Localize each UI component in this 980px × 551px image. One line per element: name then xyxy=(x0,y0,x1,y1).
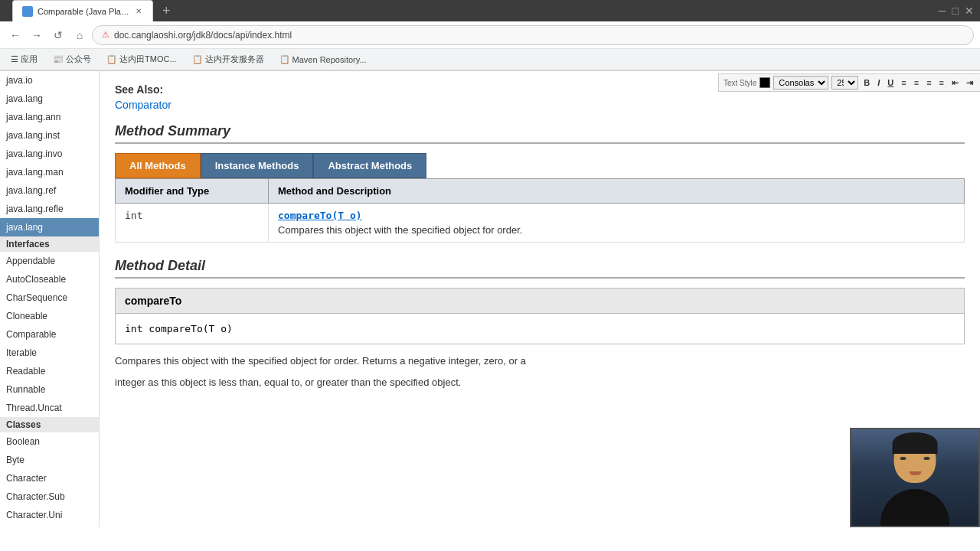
title-bar: Comparable (Java Platform S... ✕ + ─ □ ✕ xyxy=(0,0,980,21)
back-button[interactable]: ← xyxy=(6,26,24,44)
address-text: doc.canglaoshi.org/jdk8/docs/api/index.h… xyxy=(114,30,964,41)
bold-button[interactable]: B xyxy=(861,77,872,88)
address-bar[interactable]: ⚠ doc.canglaoshi.org/jdk8/docs/api/index… xyxy=(92,25,974,45)
sidebar-item-iterable[interactable]: Iterable xyxy=(0,344,99,362)
main-layout: java.io java.lang java.lang.ann java.lan… xyxy=(0,71,980,527)
align-right-button[interactable]: ≡ xyxy=(924,77,933,88)
bookmark-devserver[interactable]: 📋 达内开发服务器 xyxy=(188,52,269,67)
sidebar-item-character-uni[interactable]: Character.Uni xyxy=(0,506,99,524)
sidebar-item-comparable[interactable]: Comparable xyxy=(0,325,99,344)
method-table: Modifier and Type Method and Description… xyxy=(115,178,965,243)
italic-button[interactable]: I xyxy=(875,77,882,88)
sidebar-item-cloneable[interactable]: Cloneable xyxy=(0,307,99,325)
forward-button[interactable]: → xyxy=(28,26,46,44)
browser-tab[interactable]: Comparable (Java Platform S... ✕ xyxy=(12,0,153,21)
text-style-toolbar: Text Style Consolas 25 B I U ≡ ≡ ≡ ≡ ⇤ ⇥ xyxy=(718,73,980,92)
bookmark-apps[interactable]: ☰ 应用 xyxy=(6,52,42,67)
sidebar-item-java-lang[interactable]: java.lang xyxy=(0,90,99,108)
tab-all-methods[interactable]: All Methods xyxy=(115,153,201,178)
sidebar-item-runnable[interactable]: Runnable xyxy=(0,380,99,399)
webcam-body xyxy=(880,489,949,527)
font-select[interactable]: Consolas xyxy=(773,76,828,90)
new-tab-button[interactable]: + xyxy=(156,0,177,22)
color-swatch[interactable] xyxy=(760,77,770,88)
font-size-select[interactable]: 25 xyxy=(831,76,858,90)
indent-increase-button[interactable]: ⇥ xyxy=(964,77,975,89)
method-signature: int compareTo(T o) xyxy=(125,323,233,334)
underline-button[interactable]: U xyxy=(885,77,896,88)
sidebar: java.io java.lang java.lang.ann java.lan… xyxy=(0,71,100,527)
modifier-type: int xyxy=(125,210,142,221)
sidebar-item-java-lang-man[interactable]: java.lang.man xyxy=(0,163,99,181)
col-method: Method and Description xyxy=(269,179,965,204)
tab-abstract-methods[interactable]: Abstract Methods xyxy=(313,153,426,178)
sidebar-item-java-lang-active[interactable]: java.lang xyxy=(0,218,99,236)
sidebar-item-java-io[interactable]: java.io xyxy=(0,71,99,90)
method-long-desc-2: integer as this object is less than, equ… xyxy=(115,375,965,390)
indent-decrease-button[interactable]: ⇤ xyxy=(949,77,961,89)
sidebar-item-readable[interactable]: Readable xyxy=(0,362,99,380)
tmoc-icon: 📋 xyxy=(106,54,117,64)
modifier-cell: int xyxy=(116,204,269,243)
sidebar-item-java-lang-ann[interactable]: java.lang.ann xyxy=(0,108,99,126)
refresh-button[interactable]: ↺ xyxy=(49,26,67,44)
method-long-desc-1: Compares this object with the specified … xyxy=(115,354,965,369)
method-summary-title: Method Summary xyxy=(115,123,965,144)
align-justify-button[interactable]: ≡ xyxy=(937,77,946,88)
comparator-link[interactable]: Comparator xyxy=(115,99,965,111)
content-area: See Also: Comparator Method Summary All … xyxy=(100,71,980,527)
webcam-overlay xyxy=(850,428,980,527)
sidebar-item-character-sub[interactable]: Character.Sub xyxy=(0,487,99,506)
sidebar-item-autocloseable[interactable]: AutoCloseable xyxy=(0,270,99,289)
align-center-button[interactable]: ≡ xyxy=(912,77,921,88)
maven-icon: 📋 xyxy=(279,54,290,64)
webcam-mouth xyxy=(909,471,921,475)
see-also-title: See Also: xyxy=(115,83,163,96)
webcam-face xyxy=(894,435,936,483)
sidebar-section-classes: Classes xyxy=(0,417,99,432)
method-signature-box: int compareTo(T o) xyxy=(115,314,965,344)
sidebar-item-java-lang-refle[interactable]: java.lang.refle xyxy=(0,200,99,218)
bookmark-tmoc[interactable]: 📋 达内田TMOC... xyxy=(102,52,181,67)
public-icon: 📰 xyxy=(53,54,64,64)
tab-instance-methods[interactable]: Instance Methods xyxy=(201,153,314,178)
sidebar-item-java-lang-invo[interactable]: java.lang.invo xyxy=(0,145,99,163)
webcam-eye-left xyxy=(900,457,906,460)
sidebar-item-charsequence[interactable]: CharSequence xyxy=(0,289,99,307)
sidebar-item-byte[interactable]: Byte xyxy=(0,451,99,469)
method-detail-box: compareTo xyxy=(115,288,965,314)
method-link[interactable]: compareTo(T o) xyxy=(278,210,362,221)
method-tabs: All Methods Instance Methods Abstract Me… xyxy=(115,153,965,178)
minimize-button[interactable]: ─ xyxy=(939,5,946,17)
tab-favicon xyxy=(22,6,33,17)
webcam-hair xyxy=(893,432,938,454)
bookmark-public[interactable]: 📰 公众号 xyxy=(48,52,96,67)
maximize-button[interactable]: □ xyxy=(952,5,959,17)
sidebar-item-appendable[interactable]: Appendable xyxy=(0,252,99,270)
method-description: Compares this object with the specified … xyxy=(278,224,955,236)
text-style-label: Text Style xyxy=(724,79,756,87)
sidebar-item-thread-uncat[interactable]: Thread.Uncat xyxy=(0,399,99,417)
col-modifier: Modifier and Type xyxy=(116,179,269,204)
sidebar-section-interfaces: Interfaces xyxy=(0,236,99,252)
table-row: int compareTo(T o) Compares this object … xyxy=(116,204,965,243)
method-detail-title: Method Detail xyxy=(115,258,965,279)
method-detail-name: compareTo xyxy=(125,295,181,307)
sidebar-item-java-lang-inst[interactable]: java.lang.inst xyxy=(0,126,99,145)
sidebar-item-java-lang-ref[interactable]: java.lang.ref xyxy=(0,181,99,200)
security-icon: ⚠ xyxy=(102,30,109,40)
tab-close-button[interactable]: ✕ xyxy=(134,5,143,17)
nav-bar: ← → ↺ ⌂ ⚠ doc.canglaoshi.org/jdk8/docs/a… xyxy=(0,21,980,49)
webcam-video xyxy=(851,429,978,526)
align-left-button[interactable]: ≡ xyxy=(899,77,908,88)
bookmark-maven[interactable]: 📋 Maven Repository... xyxy=(275,53,371,66)
bookmarks-bar: ☰ 应用 📰 公众号 📋 达内田TMOC... 📋 达内开发服务器 📋 Mave… xyxy=(0,49,980,70)
method-cell: compareTo(T o) Compares this object with… xyxy=(269,204,965,243)
devserver-icon: 📋 xyxy=(192,54,203,64)
tab-title: Comparable (Java Platform S... xyxy=(38,7,129,16)
home-button[interactable]: ⌂ xyxy=(70,26,89,44)
webcam-eye-right xyxy=(924,457,930,460)
close-window-button[interactable]: ✕ xyxy=(965,5,974,17)
sidebar-item-boolean[interactable]: Boolean xyxy=(0,432,99,451)
sidebar-item-character[interactable]: Character xyxy=(0,469,99,487)
